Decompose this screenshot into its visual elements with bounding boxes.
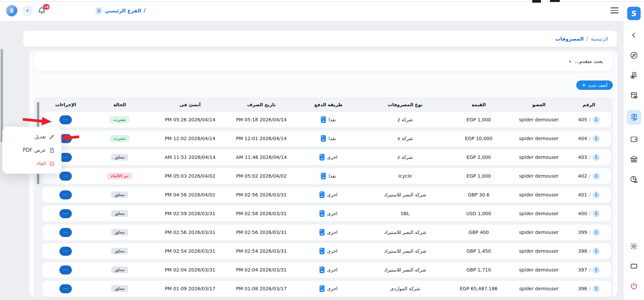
row-payment-method: اخرى xyxy=(293,285,364,292)
row-actions-button[interactable]: ... xyxy=(59,228,72,237)
row-number: 399/1 xyxy=(567,229,611,236)
row-payment-date: PM 01:08 2026/03/17 xyxy=(230,286,293,291)
row-expense-type: شركة z xyxy=(364,155,447,160)
table-row: 400/1 spider demouser USD 1,000 SBL اخرى… xyxy=(43,206,611,221)
row-count-badge: 1 xyxy=(593,266,600,274)
sidebar-wallet-icon[interactable] xyxy=(627,133,641,145)
row-value: EGP 65,487.186 xyxy=(447,286,511,291)
sidebar-expenses-item[interactable] xyxy=(627,110,641,125)
row-member: spider demouser xyxy=(511,155,567,160)
row-created-at: PM 02:56 2026/03/31 xyxy=(151,230,230,235)
row-actions-button[interactable]: ... xyxy=(59,265,72,275)
row-member: spider demouser xyxy=(511,248,567,254)
sidebar-logout-power-icon[interactable] xyxy=(627,281,641,292)
row-count-badge: 1 xyxy=(593,210,600,217)
row-member: spider demouser xyxy=(511,286,567,291)
context-menu-edit[interactable]: تعديل xyxy=(2,130,61,143)
row-actions-button[interactable]: ... xyxy=(59,247,72,256)
row-payment-method: اخرى xyxy=(293,229,364,236)
column-header-number: الرقم xyxy=(567,102,611,107)
context-menu-view-pdf[interactable]: عرض PDF xyxy=(2,143,61,157)
row-count-badge: 1 xyxy=(593,116,600,123)
advanced-search-toggle[interactable]: بحث متقدم... ▾ xyxy=(34,51,613,72)
sidebar-screen-icon[interactable] xyxy=(627,260,641,272)
row-number: 401/1 xyxy=(567,191,611,198)
status-badge: معلق xyxy=(111,210,129,217)
table-row: 398/1 spider demouser GBP 1,450 شركة الن… xyxy=(43,243,611,259)
wallet-icon xyxy=(319,191,325,198)
main-content: الرئيسية / المصروفات بحث متقدم... ▾ + أض… xyxy=(0,21,623,300)
breadcrumb-home-link[interactable]: الرئيسية xyxy=(591,36,608,42)
topbar: S + +9 1 الفرع الرئيسي / xyxy=(0,0,623,21)
sidebar-store-cash-icon[interactable] xyxy=(627,90,641,101)
breadcrumb: الرئيسية / المصروفات xyxy=(23,31,617,47)
table-row: 399/1 spider demouser GBP 400 شركة النصر… xyxy=(43,225,611,240)
page-title: المصروفات xyxy=(555,36,584,42)
sidebar-bank-icon[interactable] xyxy=(627,154,641,165)
row-created-at: PM 05:26 2026/04/14 xyxy=(151,117,230,122)
status-badge: معلق xyxy=(111,248,129,254)
row-member: spider demouser xyxy=(511,173,567,179)
sidebar-invoice-cash-icon[interactable] xyxy=(627,70,641,81)
page-scrollbar[interactable] xyxy=(1,49,3,142)
row-count-badge: 1 xyxy=(593,173,600,180)
hand-money-icon xyxy=(629,113,638,122)
row-actions-button[interactable]: ... xyxy=(59,209,72,218)
row-count-badge: 1 xyxy=(593,135,600,142)
status-badge: معلق xyxy=(111,285,129,292)
table-rows: 405/1 spider demouser EGP 1,000 شركة z ن… xyxy=(43,112,611,296)
branch-breadcrumb[interactable]: 1 الفرع الرئيسي / xyxy=(95,7,145,14)
row-expense-type: SBL xyxy=(364,211,447,216)
row-member: spider demouser xyxy=(511,117,567,122)
status-badge: معلق xyxy=(111,229,129,236)
row-payment-date: PM 05:18 2026/04/14 xyxy=(230,117,293,122)
table-row: 397/1 spider demouser GBP 1,710 شركة الن… xyxy=(43,262,611,278)
status-badge: معلق xyxy=(111,154,129,161)
row-member: spider demouser xyxy=(511,211,567,216)
table-row: 404/1 spider demouser EGP 10,000 شركة x … xyxy=(43,131,611,146)
add-new-button[interactable]: + أضف جديد xyxy=(576,80,613,90)
row-actions-button[interactable]: ... xyxy=(59,284,72,293)
sidebar-compass-icon[interactable] xyxy=(627,50,641,61)
row-payment-method: اخرى xyxy=(293,210,364,217)
row-number: 398/1 xyxy=(567,248,611,255)
user-avatar[interactable]: S xyxy=(6,5,17,16)
wallet-icon xyxy=(321,173,326,179)
row-actions-button[interactable]: ... xyxy=(59,115,72,124)
context-menu-cancel[interactable]: الغاء xyxy=(2,157,61,170)
sidebar-settings-gear-icon[interactable] xyxy=(627,240,641,252)
wallet-icon xyxy=(321,135,326,142)
app-logo[interactable]: S xyxy=(627,7,641,20)
annotation-arrow-to-edit-item xyxy=(60,133,81,142)
pdf-file-icon xyxy=(49,147,55,153)
sidebar-reports-pie-icon[interactable] xyxy=(627,174,641,185)
row-created-at: PM 02:54 2026/03/31 xyxy=(151,248,230,254)
table-header-row: الرقم العضو القيمة نوع المصروفات طريقة ا… xyxy=(43,97,611,112)
row-expense-type: شركة المواردى xyxy=(364,286,447,291)
status-badge: معلق xyxy=(111,266,129,273)
table-row: 396/1 spider demouser EGP 65,487.186 شرك… xyxy=(43,281,611,296)
row-created-at: PM 02:59 2026/03/31 xyxy=(151,211,230,216)
notifications-button[interactable]: +9 xyxy=(38,6,46,15)
row-value: GBP 1,450 xyxy=(447,248,511,254)
status-badge: تم الالغاء xyxy=(107,173,132,179)
row-value: GBP 30.6 xyxy=(447,192,511,197)
status-badge: نشرت xyxy=(110,135,129,142)
table-row: 402/1 spider demouser EGP 1,000 Icycle ن… xyxy=(43,168,611,184)
row-actions-button[interactable]: ... xyxy=(59,190,72,199)
row-payment-date: PM 05:02 2026/04/02 xyxy=(230,173,293,179)
hamburger-menu-icon[interactable] xyxy=(610,7,618,15)
row-member: spider demouser xyxy=(511,267,567,273)
row-payment-method: اخرى xyxy=(293,266,364,273)
row-created-at: PM 02:04 2026/03/31 xyxy=(151,267,230,273)
row-count-badge: 1 xyxy=(593,248,600,255)
wallet-icon xyxy=(319,266,325,273)
row-actions-button[interactable]: ... xyxy=(59,172,72,181)
quick-add-button[interactable]: + xyxy=(22,5,33,16)
expenses-table: الرقم العضو القيمة نوع المصروفات طريقة ا… xyxy=(34,97,613,297)
chevron-down-icon: ▾ xyxy=(569,59,572,64)
row-payment-method: اخرى xyxy=(293,191,364,198)
row-number: 396/1 xyxy=(567,285,611,292)
sidebar-collapse-chevron-icon[interactable] xyxy=(627,29,641,41)
wallet-icon xyxy=(319,285,325,292)
